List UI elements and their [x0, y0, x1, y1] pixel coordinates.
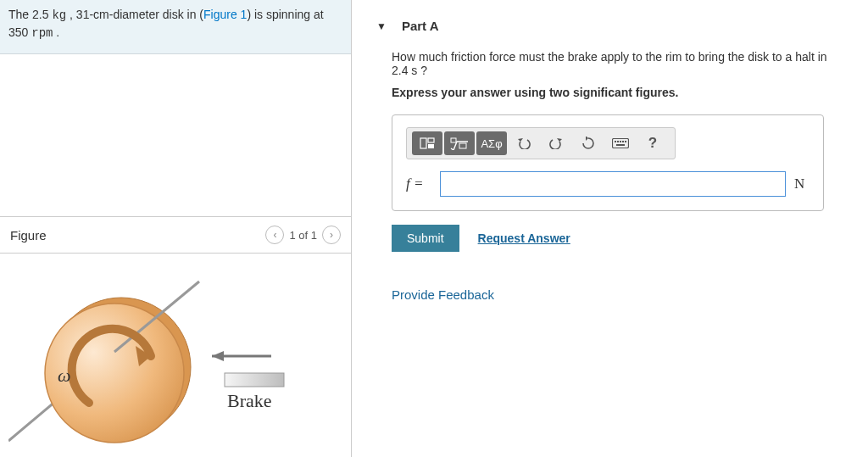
svg-rect-10	[428, 144, 434, 148]
keyboard-button[interactable]	[605, 131, 636, 155]
figure-title: Figure	[10, 228, 47, 242]
redo-icon	[549, 137, 563, 149]
template-button[interactable]	[412, 131, 442, 155]
svg-rect-22	[616, 144, 625, 146]
svg-rect-11	[451, 138, 456, 142]
reset-icon	[581, 137, 595, 150]
svg-rect-17	[615, 141, 616, 142]
svg-marker-6	[212, 351, 224, 361]
prev-figure-button[interactable]: ‹	[265, 226, 284, 244]
part-header[interactable]: ▼ Part A	[376, 19, 868, 33]
answer-unit: N	[794, 176, 810, 192]
answer-box: ΑΣφ ? f = N	[392, 114, 824, 211]
unit-kg: kg	[52, 8, 66, 22]
problem-text: , 31-cm-diameter disk in (	[66, 8, 203, 21]
svg-marker-13	[518, 138, 523, 142]
svg-rect-20	[622, 141, 624, 142]
root-icon	[449, 137, 470, 150]
instruction-text: Express your answer using two significan…	[392, 86, 834, 99]
figure-counter: 1 of 1	[289, 229, 317, 242]
disk-diagram: ω Brake	[8, 271, 288, 457]
submit-button[interactable]: Submit	[392, 225, 459, 252]
problem-text: .	[53, 25, 59, 39]
request-answer-link[interactable]: Request Answer	[478, 231, 570, 245]
redo-button[interactable]	[541, 131, 571, 155]
fraction-root-button[interactable]	[444, 131, 475, 155]
question-text: How much friction force must the brake a…	[392, 50, 834, 77]
greek-button[interactable]: ΑΣφ	[476, 131, 507, 155]
figure-body: ω Brake	[0, 254, 351, 457]
figure-link[interactable]: Figure 1	[203, 8, 247, 21]
collapse-caret-icon: ▼	[376, 20, 387, 32]
svg-rect-16	[613, 139, 629, 148]
svg-rect-18	[617, 141, 619, 142]
figure-header: Figure ‹ 1 of 1 ›	[0, 216, 351, 254]
svg-rect-19	[620, 141, 621, 142]
answer-lhs: f =	[406, 176, 431, 192]
problem-statement: The 2.5 kg , 31-cm-diameter disk in (Fig…	[0, 0, 351, 54]
reset-button[interactable]	[573, 131, 604, 155]
brake-label: Brake	[227, 390, 272, 411]
omega-label: ω	[58, 365, 71, 386]
undo-icon	[517, 137, 531, 149]
svg-rect-8	[420, 138, 426, 148]
figure-nav: ‹ 1 of 1 ›	[265, 226, 341, 244]
equation-toolbar: ΑΣφ ?	[406, 127, 676, 159]
provide-feedback-link[interactable]: Provide Feedback	[392, 287, 868, 302]
undo-button[interactable]	[509, 131, 539, 155]
help-button[interactable]: ?	[637, 131, 668, 155]
svg-rect-21	[625, 141, 626, 142]
svg-rect-9	[428, 138, 434, 142]
svg-rect-12	[459, 143, 466, 148]
next-figure-button[interactable]: ›	[322, 226, 341, 244]
answer-input[interactable]	[440, 171, 786, 197]
svg-rect-7	[225, 373, 284, 387]
problem-text: The 2.5	[8, 8, 52, 21]
keyboard-icon	[612, 138, 629, 148]
svg-marker-15	[586, 137, 588, 141]
unit-rpm: rpm	[31, 26, 53, 40]
part-label: Part A	[402, 19, 439, 33]
template-icon	[420, 137, 435, 149]
svg-marker-14	[557, 138, 562, 142]
